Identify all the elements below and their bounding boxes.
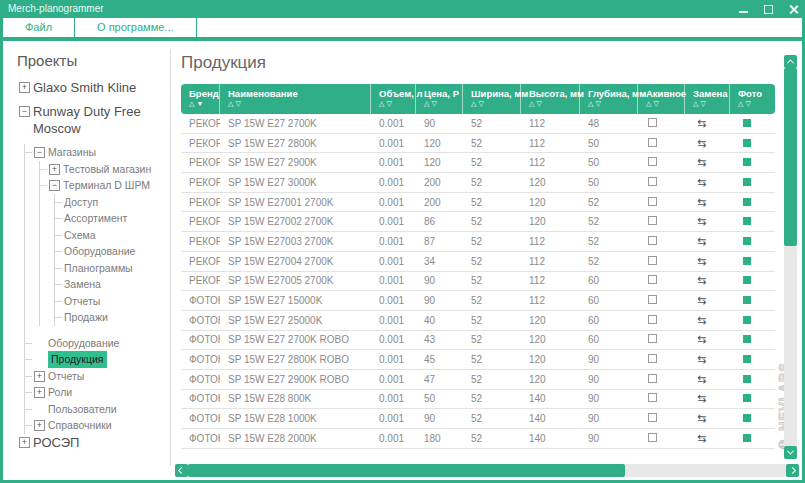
maximize-icon[interactable] [763, 4, 774, 15]
active-checkbox[interactable] [648, 393, 657, 402]
sort-icon[interactable]: △▽ [228, 100, 370, 108]
menu-item[interactable]: Файл [3, 18, 75, 37]
replace-icon[interactable]: ⇆ [697, 177, 706, 187]
menu-item[interactable]: О программе... [75, 18, 196, 37]
table-row[interactable]: РЕКОРДSP 15W E27004 2700K0.001345211252⇆ [181, 252, 775, 272]
active-checkbox[interactable] [648, 118, 657, 127]
tree-item[interactable]: +РОСЭП [19, 434, 170, 451]
active-checkbox[interactable] [648, 236, 657, 245]
expand-icon[interactable]: + [19, 437, 30, 448]
sort-icon[interactable]: △▽ [471, 100, 520, 108]
tree-item[interactable]: +Тестовый магазин [40, 161, 170, 178]
tree-item[interactable]: +Отчеты [25, 368, 170, 385]
sort-icon[interactable]: △▽ [646, 100, 684, 108]
collapse-icon[interactable]: − [34, 147, 45, 158]
replace-icon[interactable]: ⇆ [697, 295, 706, 305]
tree-item[interactable]: Схема [55, 227, 170, 244]
replace-icon[interactable]: ⇆ [697, 216, 706, 226]
replace-icon[interactable]: ⇆ [697, 374, 706, 384]
tree-item[interactable]: Продукция [25, 351, 170, 368]
collapse-icon[interactable]: − [49, 180, 60, 191]
column-header[interactable]: Наименование△▽ [220, 84, 371, 114]
tree-item[interactable]: Оборудование [55, 243, 170, 260]
expand-icon[interactable]: + [19, 82, 30, 93]
table-row[interactable]: РЕКОРДSP 15W E27002 2700K0.001865212052⇆ [181, 212, 775, 232]
replace-icon[interactable]: ⇆ [697, 157, 706, 167]
table-row[interactable]: ФОТОНSP 15W E27 25000K0.001405212060⇆ [181, 311, 775, 331]
vertical-scrollbar[interactable] [784, 55, 797, 459]
table-row[interactable]: ФОТОНSP 15W E27 15000K0.001905211260⇆ [181, 291, 775, 311]
scroll-right-button[interactable] [786, 464, 799, 477]
horizontal-scroll-thumb[interactable] [188, 464, 625, 477]
column-header[interactable]: Ширина, мм△▽ [463, 84, 521, 114]
column-header[interactable]: Глубина, мм△▽ [580, 84, 638, 114]
sort-icon[interactable]: △▽ [529, 100, 579, 108]
column-header[interactable]: Замена△▽ [685, 84, 730, 114]
tree-item[interactable]: +Glaxo Smith Kline [19, 79, 170, 96]
active-checkbox[interactable] [648, 315, 657, 324]
replace-icon[interactable]: ⇆ [697, 413, 706, 423]
active-checkbox[interactable] [648, 433, 657, 442]
active-checkbox[interactable] [648, 256, 657, 265]
replace-icon[interactable]: ⇆ [697, 197, 706, 207]
replace-icon[interactable]: ⇆ [697, 354, 706, 364]
column-header[interactable]: Акивное△▽ [638, 84, 685, 114]
sort-icon[interactable]: △▽ [424, 100, 462, 108]
table-row[interactable]: ФОТОНSP 15W E28 2000K0.0011805214090⇆ [181, 429, 775, 449]
active-checkbox[interactable] [648, 197, 657, 206]
sort-icon[interactable]: △▽ [379, 100, 415, 108]
sort-icon[interactable]: △▽ [693, 100, 729, 108]
column-header[interactable]: Высота, мм△▽ [521, 84, 580, 114]
tree-item[interactable]: Доступ [55, 194, 170, 211]
replace-icon[interactable]: ⇆ [697, 315, 706, 325]
column-header[interactable]: Цена, Р△▽ [416, 84, 463, 114]
sort-icon[interactable]: △▽ [738, 100, 775, 108]
tree-item[interactable]: −Терминал D ШРМ [40, 177, 170, 194]
table-row[interactable]: РЕКОРДSP 15W E27 3000K0.0012005212050⇆ [181, 173, 775, 193]
table-row[interactable]: РЕКОРДSP 15W E27 2800K0.0011205211250⇆ [181, 134, 775, 154]
tree-item[interactable]: −Runway Duty Free Moscow [19, 103, 170, 137]
active-checkbox[interactable] [648, 157, 657, 166]
replace-icon[interactable]: ⇆ [697, 256, 706, 266]
tree-item[interactable]: Замена [55, 276, 170, 293]
table-row[interactable]: ФОТОНSP 15W E27 2700K ROBO0.001435212060… [181, 331, 775, 351]
vertical-scroll-thumb[interactable] [784, 68, 797, 246]
tree-item[interactable]: Продажи [55, 309, 170, 326]
column-header[interactable]: Объем, л△▽ [371, 84, 416, 114]
table-row[interactable]: РЕКОРДSP 15W E27 2900K0.0011205211250⇆ [181, 153, 775, 173]
tree-item[interactable]: −Магазины [25, 144, 170, 161]
active-checkbox[interactable] [648, 216, 657, 225]
column-header[interactable]: Бренд△▼ [181, 84, 220, 114]
collapse-icon[interactable]: − [19, 106, 30, 117]
active-checkbox[interactable] [648, 275, 657, 284]
tree-item[interactable]: Оборудование [25, 335, 170, 352]
active-checkbox[interactable] [648, 413, 657, 422]
scroll-up-button[interactable] [784, 55, 797, 68]
close-icon[interactable] [788, 4, 799, 15]
replace-icon[interactable]: ⇆ [697, 275, 706, 285]
tree-item[interactable]: +Роли [25, 384, 170, 401]
scroll-down-button[interactable] [784, 446, 797, 459]
tree-item[interactable]: Планограммы [55, 260, 170, 277]
scroll-left-button[interactable] [175, 464, 188, 477]
active-checkbox[interactable] [648, 295, 657, 304]
active-checkbox[interactable] [648, 177, 657, 186]
horizontal-scrollbar[interactable] [175, 464, 799, 477]
tree-item[interactable]: Ассортимент [55, 210, 170, 227]
replace-icon[interactable]: ⇆ [697, 433, 706, 443]
replace-icon[interactable]: ⇆ [697, 334, 706, 344]
active-checkbox[interactable] [648, 138, 657, 147]
table-row[interactable]: ФОТОНSP 15W E27 2800K ROBO0.001455212090… [181, 350, 775, 370]
tree-item[interactable]: Отчеты [55, 293, 170, 310]
table-row[interactable]: РЕКОРДSP 15W E27003 2700K0.001875211252⇆ [181, 232, 775, 252]
table-row[interactable]: РЕКОРДSP 15W E27001 2700K0.0012005212052… [181, 193, 775, 213]
tree-item[interactable]: +Справочники [25, 417, 170, 434]
table-row[interactable]: ФОТОНSP 15W E28 800K0.001505214090⇆ [181, 390, 775, 410]
replace-icon[interactable]: ⇆ [697, 138, 706, 148]
expand-icon[interactable]: + [34, 420, 45, 431]
active-checkbox[interactable] [648, 334, 657, 343]
tree-item[interactable]: Пользователи [25, 401, 170, 418]
table-row[interactable]: РЕКОРДSP 15W E27005 2700K0.001905211260⇆ [181, 272, 775, 292]
minimize-icon[interactable] [738, 4, 749, 15]
active-checkbox[interactable] [648, 354, 657, 363]
